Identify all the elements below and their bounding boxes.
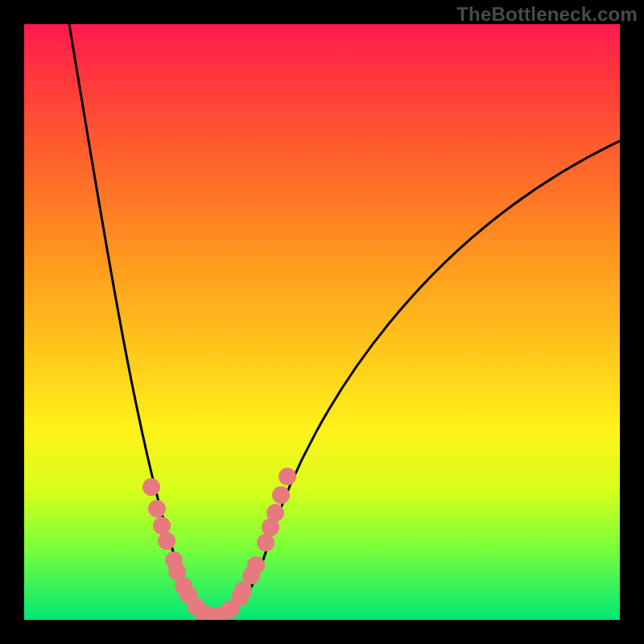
- curve-marker: [158, 532, 175, 550]
- curve-marker: [279, 468, 296, 485]
- bottleneck-curve: [24, 24, 620, 620]
- curve-marker: [247, 556, 265, 574]
- curve-marker: [142, 478, 160, 496]
- curve-marker: [257, 534, 275, 551]
- curve-marker: [272, 486, 290, 504]
- chart-area: [24, 24, 620, 620]
- outer-frame: TheBottleneck.com: [0, 0, 644, 644]
- curve-marker: [148, 500, 166, 518]
- curve-path: [69, 24, 620, 616]
- watermark-text: TheBottleneck.com: [456, 3, 638, 26]
- curve-marker: [266, 504, 284, 522]
